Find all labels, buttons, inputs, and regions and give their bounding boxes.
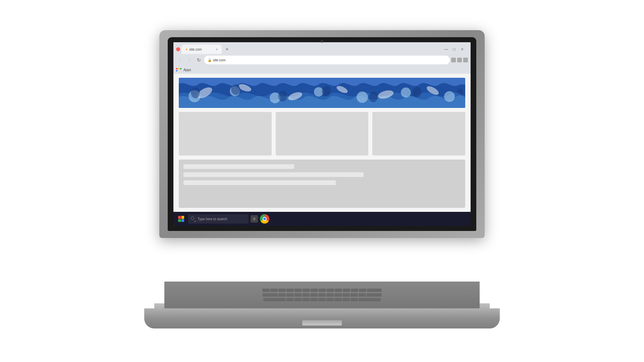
key — [342, 293, 350, 297]
minimize-button[interactable]: — — [443, 47, 449, 52]
svg-point-11 — [357, 92, 368, 103]
key — [278, 289, 286, 292]
key — [318, 298, 326, 301]
key-row-1 — [166, 289, 478, 292]
page-content — [173, 74, 471, 212]
key — [310, 298, 318, 301]
screen: ● site.com × + — □ × ‹ — [173, 42, 471, 226]
tab-label: site.com — [189, 48, 202, 51]
key — [286, 293, 293, 297]
new-tab-button[interactable]: + — [222, 45, 232, 54]
laptop-bottom — [144, 308, 500, 328]
extension-icon-3[interactable] — [463, 58, 468, 62]
refresh-button[interactable]: ↻ — [195, 56, 203, 64]
search-icon — [191, 217, 196, 221]
close-button[interactable]: × — [459, 47, 465, 52]
key — [334, 293, 342, 297]
key — [343, 289, 350, 292]
key — [367, 289, 382, 292]
banner-svg — [179, 78, 465, 108]
key — [294, 298, 302, 301]
taskbar-search-bar[interactable]: Type here to search — [188, 214, 249, 224]
browser-chrome: ● site.com × + — □ × ‹ — [173, 42, 471, 74]
apps-label[interactable]: Apps — [183, 68, 191, 72]
svg-point-13 — [444, 91, 455, 102]
header-banner — [179, 78, 465, 108]
key — [326, 298, 334, 301]
forward-button[interactable]: › — [185, 56, 194, 64]
laptop-lid: ● site.com × + — □ × ‹ — [159, 30, 485, 238]
laptop-container: ● site.com × + — □ × ‹ — [138, 30, 506, 332]
key — [310, 293, 318, 297]
key — [359, 298, 381, 301]
apps-grid-icon[interactable] — [176, 68, 181, 71]
key — [302, 298, 310, 301]
back-button[interactable]: ‹ — [176, 56, 184, 64]
key — [359, 293, 366, 297]
key — [262, 289, 270, 292]
bookmarks-bar: Apps — [173, 66, 471, 74]
content-block — [179, 160, 465, 208]
chrome-inner-circle — [263, 217, 267, 221]
maximize-button[interactable]: □ — [451, 47, 457, 52]
key-row-2 — [166, 293, 478, 297]
chrome-taskbar-icon[interactable] — [260, 214, 269, 224]
key — [263, 298, 285, 301]
key — [302, 293, 310, 297]
address-bar[interactable]: 🔒 site.com — [204, 56, 450, 64]
text-line-1 — [183, 164, 294, 169]
key — [351, 298, 358, 301]
key — [294, 289, 302, 292]
task-view-symbol: ⊞ — [253, 217, 256, 221]
windows-logo — [178, 216, 184, 222]
lock-icon: 🔒 — [208, 58, 212, 62]
windows-start-button[interactable] — [176, 214, 186, 224]
tab-close-icon[interactable]: × — [216, 48, 218, 51]
cards-row — [179, 112, 465, 156]
key — [286, 289, 294, 292]
key — [303, 289, 310, 292]
key — [351, 289, 358, 292]
toolbar-icons — [451, 58, 468, 62]
url-text: site.com — [213, 58, 225, 62]
task-view-icon[interactable]: ⊞ — [251, 215, 258, 223]
content-card-1 — [179, 112, 272, 156]
key — [367, 293, 381, 297]
keyboard-area — [164, 282, 480, 308]
traffic-light-icon[interactable] — [176, 47, 180, 51]
extension-icon-2[interactable] — [457, 58, 462, 62]
key — [327, 289, 334, 292]
key — [311, 289, 318, 292]
content-card-2 — [276, 112, 369, 156]
browser-tab[interactable]: ● site.com × — [181, 45, 222, 54]
key — [319, 289, 326, 292]
svg-point-12 — [401, 87, 411, 98]
extension-icon-1[interactable] — [451, 58, 456, 62]
text-line-2 — [183, 172, 364, 177]
taskbar: Type here to search ⊞ — [173, 212, 471, 226]
content-card-3 — [372, 112, 465, 156]
key — [342, 298, 350, 301]
trackpad[interactable] — [302, 320, 342, 326]
text-line-3 — [183, 180, 336, 185]
key — [318, 293, 326, 297]
key — [326, 293, 334, 297]
laptop-bezel: ● site.com × + — □ × ‹ — [168, 37, 476, 231]
key — [359, 289, 366, 292]
key — [335, 289, 342, 292]
omnibar-row: ‹ › ↻ 🔒 site.com — [173, 54, 471, 66]
key — [270, 289, 278, 292]
key — [351, 293, 358, 297]
key-row-3 — [166, 298, 478, 301]
key — [294, 293, 302, 297]
taskbar-search-placeholder: Type here to search — [198, 217, 227, 221]
key — [278, 293, 285, 297]
key — [263, 293, 277, 297]
camera-dot — [321, 40, 323, 43]
tab-bar: ● site.com × + — □ × — [173, 42, 471, 54]
window-controls: — □ × — [443, 47, 468, 52]
key — [334, 298, 342, 301]
key — [286, 298, 293, 301]
